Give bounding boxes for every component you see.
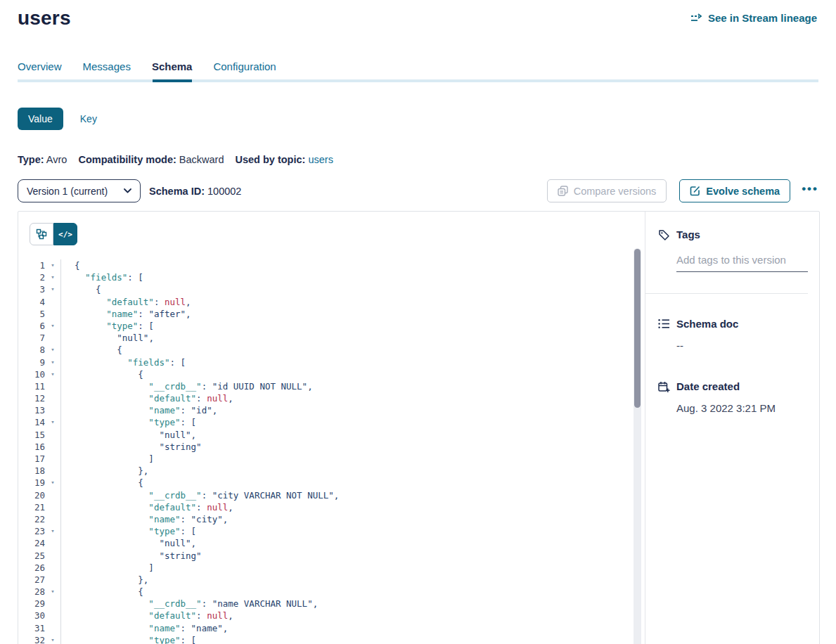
code-area[interactable]: 1▾{2▾ "fields": [3▾ {4 "default": null,5… (18, 259, 645, 644)
code-line: 28▾ { (18, 586, 645, 598)
code-text: { (60, 259, 645, 271)
fold-toggle-icon[interactable]: ▾ (45, 344, 60, 356)
code-line: 25 "string" (18, 550, 645, 562)
fold-toggle-icon[interactable]: ▾ (45, 320, 60, 332)
code-text: "string" (60, 550, 645, 562)
line-number: 27 (18, 574, 45, 586)
editor-scrollbar[interactable] (634, 248, 641, 644)
fold-toggle-icon[interactable]: ▾ (45, 368, 60, 380)
more-actions-button[interactable]: ••• (802, 183, 818, 199)
fold-toggle-icon[interactable]: ▾ (45, 525, 60, 537)
fold-spacer (45, 610, 60, 622)
line-number: 24 (18, 537, 45, 549)
tag-icon (658, 228, 670, 272)
code-text: "default": null, (60, 392, 645, 404)
code-text: "null", (60, 537, 645, 549)
code-line: 1▾{ (18, 259, 645, 271)
line-number: 28 (18, 586, 45, 598)
line-number: 5 (18, 308, 45, 320)
scrollbar-thumb[interactable] (634, 249, 641, 408)
line-number: 19 (18, 477, 45, 489)
code-line: 4 "default": null, (18, 296, 645, 308)
tags-input[interactable] (676, 252, 808, 272)
meta-topic-label: Used by topic: (235, 154, 305, 165)
evolve-schema-button[interactable]: Evolve schema (679, 179, 790, 202)
calendar-plus-icon (658, 380, 670, 414)
date-created-title: Date created (676, 380, 808, 392)
schema-id: Schema ID: 100002 (149, 186, 241, 197)
code-line: 6▾ "type": [ (18, 320, 645, 332)
line-number: 9 (18, 356, 45, 368)
line-number: 4 (18, 296, 45, 308)
compare-versions-button[interactable]: Compare versions (547, 179, 667, 202)
fold-spacer (45, 332, 60, 344)
code-text: { (60, 586, 645, 598)
fold-toggle-icon[interactable]: ▾ (45, 356, 60, 368)
fold-spacer (45, 513, 60, 525)
topic-link[interactable]: users (308, 154, 333, 165)
line-number: 13 (18, 404, 45, 416)
fold-spacer (45, 453, 60, 465)
value-key-toggle: Value Key (18, 108, 836, 130)
code-line: 20 "__crdb__": "city VARCHAR NOT NULL", (18, 489, 645, 501)
code-view-button[interactable]: </> (53, 223, 77, 245)
fold-toggle-icon[interactable]: ▾ (45, 477, 60, 489)
line-number: 26 (18, 562, 45, 574)
code-text: "type": [ (60, 416, 645, 428)
line-number: 17 (18, 453, 45, 465)
version-select[interactable]: Version 1 (current) (18, 179, 141, 202)
code-text: { (60, 344, 645, 356)
tags-title: Tags (676, 228, 808, 240)
page-header: users See in Stream lineage (0, 0, 836, 30)
version-bar: Version 1 (current) Schema ID: 100002 (18, 179, 818, 202)
code-line: 30 "default": null, (18, 610, 645, 622)
line-number: 25 (18, 550, 45, 562)
sidebar-divider (645, 293, 808, 294)
fold-toggle-icon[interactable]: ▾ (45, 586, 60, 598)
line-number: 20 (18, 489, 45, 501)
fold-toggle-icon[interactable]: ▾ (45, 416, 60, 428)
code-line: 29 "__crdb__": "name VARCHAR NULL", (18, 598, 645, 610)
date-created-value: Aug. 3 2022 3:21 PM (676, 402, 808, 414)
tree-view-button[interactable] (30, 223, 53, 245)
code-text: { (60, 477, 645, 489)
line-number: 15 (18, 429, 45, 441)
code-text: "default": null, (60, 610, 645, 622)
fold-spacer (45, 489, 60, 501)
meta-type-label: Type: (18, 154, 44, 165)
line-number: 22 (18, 513, 45, 525)
code-text: "__crdb__": "name VARCHAR NULL", (60, 598, 645, 610)
meta-used-by-topic: Used by topic: users (235, 154, 333, 165)
version-select-value: Version 1 (current) (27, 186, 108, 197)
code-line: 24 "null", (18, 537, 645, 549)
fold-toggle-icon[interactable]: ▾ (45, 283, 60, 295)
code-line: 22 "name": "city", (18, 513, 645, 525)
code-text: { (60, 368, 645, 380)
code-line: 19▾ { (18, 477, 645, 489)
code-line: 18 }, (18, 465, 645, 477)
code-text: "name": "name", (60, 622, 645, 634)
fold-spacer (45, 380, 60, 392)
value-toggle-button[interactable]: Value (18, 108, 63, 130)
stream-lineage-link[interactable]: See in Stream lineage (691, 12, 817, 24)
schema-panel: </> 1▾{2▾ "fields": [3▾ {4 "default": nu… (18, 211, 820, 644)
tags-section: Tags (658, 228, 808, 272)
code-text: "default": null, (60, 296, 645, 308)
fold-spacer (45, 429, 60, 441)
schema-editor[interactable]: </> 1▾{2▾ "fields": [3▾ {4 "default": nu… (18, 212, 645, 644)
line-number: 3 (18, 283, 45, 295)
fold-spacer (45, 598, 60, 610)
line-number: 32 (18, 634, 45, 644)
stream-lineage-label: See in Stream lineage (708, 12, 817, 24)
code-line: 8▾ { (18, 344, 645, 356)
fold-toggle-icon[interactable]: ▾ (45, 259, 60, 271)
key-toggle-button[interactable]: Key (80, 113, 97, 124)
fold-toggle-icon[interactable]: ▾ (45, 271, 60, 283)
line-number: 21 (18, 501, 45, 513)
fold-toggle-icon[interactable]: ▾ (45, 634, 60, 644)
fold-spacer (45, 574, 60, 586)
code-line: 16 "string" (18, 441, 645, 453)
code-line: 21 "default": null, (18, 501, 645, 513)
code-text: "null", (60, 429, 645, 441)
code-text: "__crdb__": "id UUID NOT NULL", (60, 380, 645, 392)
